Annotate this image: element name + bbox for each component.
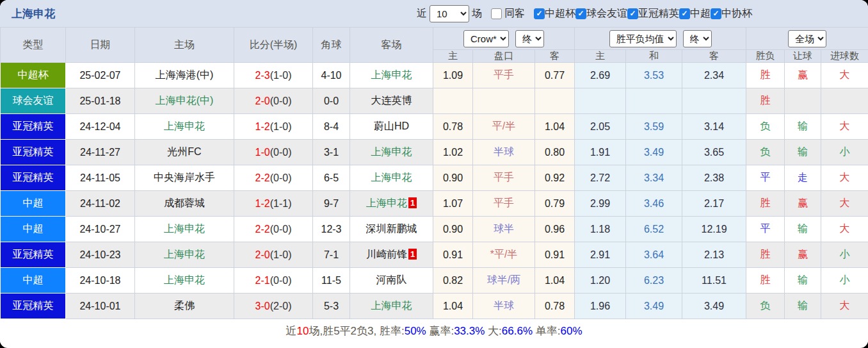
match-date: 24-10-18 (66, 268, 135, 294)
home-team: 上海申花 (135, 114, 234, 140)
goals-result: 大 (821, 114, 868, 140)
summary-segment: 10 (296, 325, 309, 338)
goals-result: 小 (821, 242, 868, 268)
handicap-result: 输 (785, 217, 821, 242)
away-team-name: 上海申花 (366, 197, 407, 208)
away-team: 上海申花 (350, 140, 433, 165)
away-team: 大连英博 (350, 88, 433, 114)
col-header-home: 主场 (135, 28, 234, 63)
page: 上海申花 近 10 场 同客 中超杯 球会友谊 亚冠精英 中超 (0, 0, 868, 348)
league-filter-checkbox-0[interactable] (534, 8, 545, 19)
corner-count: 9-7 (313, 191, 350, 217)
league-filter-label: 中超 (690, 7, 711, 21)
col-header-corner: 角球 (313, 28, 350, 63)
league-filter-fa-cup: 中协杯 (711, 7, 752, 21)
match-type: 亚冠精英 (1, 140, 66, 165)
corner-count: 4-10 (313, 63, 350, 88)
home-team: 上海申花(中) (135, 88, 234, 114)
away-team: 河南队 (350, 268, 433, 294)
full-time-score: 2-0 (255, 249, 270, 260)
league-filter-checkbox-3[interactable] (679, 8, 690, 19)
league-filter-acl: 亚冠精英 (627, 7, 679, 21)
away-team-name: 深圳新鹏城 (366, 223, 417, 234)
half-time-score: (1-0) (270, 249, 292, 260)
match-date: 24-10-23 (66, 242, 135, 268)
handicap-result: 输 (785, 114, 821, 140)
score-cell: 2-0(1-0) (234, 242, 313, 268)
home-team: 上海申花 (135, 242, 234, 268)
table-row: 亚冠精英 24-11-05 中央海岸水手 2-2(0-0) 6-5 上海申花 0… (1, 165, 868, 191)
col-header-type: 类型 (1, 28, 66, 63)
home-team: 中央海岸水手 (135, 165, 234, 191)
scope-select[interactable]: 全场 (788, 30, 826, 47)
match-date: 25-01-18 (66, 88, 135, 114)
away-team-name: 川崎前锋 (366, 249, 407, 260)
corner-count: 6-5 (313, 165, 350, 191)
league-filter-label: 亚冠精英 (638, 7, 679, 21)
handicap-line: 半球 (473, 294, 535, 319)
match-date: 25-02-07 (66, 63, 135, 88)
avg-draw-odds: 3.46 (626, 191, 682, 217)
top-bar: 上海申花 近 10 场 同客 中超杯 球会友谊 亚冠精英 中超 (0, 0, 868, 27)
avg-home-odds: 1.18 (575, 217, 626, 242)
handicap-away-odds (535, 88, 575, 114)
avg-away-odds: 2.34 (682, 63, 746, 88)
away-team: 上海申花1 (350, 191, 433, 217)
avg-header-group: 胜平负均值 终 (575, 28, 746, 50)
summary-segment: 近 (285, 324, 296, 338)
full-time-score: 2-0 (255, 95, 270, 106)
match-date: 24-12-04 (66, 114, 135, 140)
league-filter-label: 中协杯 (721, 7, 752, 21)
score-cell: 2-3(1-0) (234, 63, 313, 88)
avg-home-odds: 1.91 (575, 140, 626, 165)
handicap-home-odds: 0.82 (433, 268, 473, 294)
goals-result: 大 (821, 191, 868, 217)
home-team: 上海申花 (135, 217, 234, 242)
avg-home-odds: 1.20 (575, 268, 626, 294)
handicap-line: 平/半 (473, 114, 535, 140)
league-filter-checkbox-1[interactable] (575, 8, 586, 19)
avg-away-odds: 2.17 (682, 191, 746, 217)
win-loss-result: 平 (746, 217, 785, 242)
full-time-score: 3-0 (255, 301, 270, 311)
goals-result: 大 (821, 165, 868, 191)
avg-home-odds: 2.05 (575, 114, 626, 140)
subheader-ah-line: 盘口 (473, 50, 535, 63)
avg-state-select[interactable]: 终 (683, 30, 712, 47)
score-cell: 3-0(2-0) (234, 294, 313, 319)
half-time-score: (2-0) (270, 301, 292, 311)
win-loss-result: 胜 (746, 242, 785, 268)
match-type: 亚冠精英 (1, 165, 66, 191)
home-team: 柔佛 (135, 294, 234, 319)
table-row: 中超 24-10-18 上海申花 2-1(0-0) 11-5 河南队 0.82 … (1, 268, 868, 294)
league-filter-checkbox-2[interactable] (627, 8, 638, 19)
same-away-checkbox[interactable] (491, 8, 502, 19)
goals-result: 小 (821, 140, 868, 165)
handicap-home-odds: 1.04 (433, 294, 473, 319)
full-time-score: 1-0 (255, 147, 270, 158)
league-filter-csl: 中超 (679, 7, 711, 21)
away-team: 上海申花 (350, 294, 433, 319)
handicap-result (785, 88, 821, 114)
handicap-header-group: Crow* 终 (433, 28, 575, 50)
league-filter-label: 中超杯 (545, 7, 575, 21)
subheader-avg-away: 客 (682, 50, 746, 63)
away-team: 上海申花 (350, 165, 433, 191)
handicap-state-select[interactable]: 终 (515, 30, 544, 47)
away-team-name: 上海申花 (371, 172, 412, 183)
score-cell: 2-1(0-0) (234, 268, 313, 294)
subheader-ah-home: 主 (433, 50, 473, 63)
league-filter-checkbox-4[interactable] (711, 8, 721, 19)
recent-count-select[interactable]: 10 (430, 5, 469, 22)
full-time-score: 2-2 (255, 224, 270, 235)
summary-segment: 50% (405, 325, 426, 338)
match-type: 亚冠精英 (1, 294, 66, 319)
bookmaker-select[interactable]: Crow* (463, 30, 509, 47)
match-type: 中超 (1, 217, 66, 242)
corner-count: 7-1 (313, 242, 350, 268)
avg-type-select[interactable]: 胜平负均值 (609, 30, 677, 47)
col-header-score: 比分(半场) (234, 28, 313, 63)
handicap-home-odds: 1.02 (433, 140, 473, 165)
handicap-line: 平手 (473, 165, 535, 191)
red-card-badge: 1 (408, 197, 417, 208)
